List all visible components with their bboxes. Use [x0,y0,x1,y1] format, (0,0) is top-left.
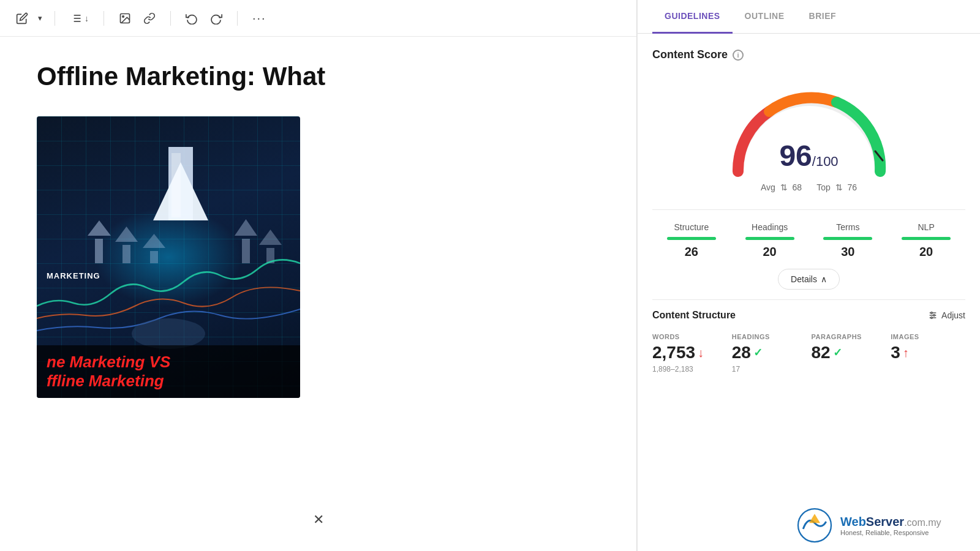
metric-headings-value: 20 [763,245,777,259]
metric-nlp-bar [902,237,951,240]
content-score-header: Content Score i [652,48,965,61]
toolbar-group-history [182,10,226,27]
struct-headings-label: HEADINGS [732,333,807,340]
struct-headings-value: 28 ✓ [732,343,807,362]
tab-outline[interactable]: OUTLINE [733,0,797,34]
metric-headings-label: Headings [752,222,788,232]
link-button[interactable] [140,10,159,27]
metric-terms: Terms 30 [823,222,872,259]
toolbar-group-media [115,10,159,27]
metric-headings-bar [745,237,794,240]
struct-metric-words: WORDS 2,753 ↓ 1,898–2,183 [652,333,727,373]
content-structure-header: Content Structure Adjust [652,310,965,321]
marketing-text-line1: ne Marketing VS [47,353,290,372]
metric-nlp-label: NLP [918,222,935,232]
metric-structure-label: Structure [674,222,709,232]
svg-marker-16 [235,219,257,236]
paragraphs-indicator: ✓ [833,346,842,359]
content-score-title: Content Score [652,48,728,61]
article-title: Offline Marketing: What [37,61,600,92]
watermark: WebServer.com.my Honest, Reliable, Respo… [784,500,980,551]
metric-terms-bar [823,237,872,240]
svg-marker-11 [123,245,130,263]
marketing-image-bg: MARKETING ne Marketing VS ffline Marketi… [37,116,300,398]
right-panel-content: Content Score i 96/100 [638,34,980,551]
struct-metric-paragraphs: PARAGRAPHS 82 ✓ [812,333,886,373]
gauge-avg-top: Avg ⇅ 68 Top ⇅ 76 [761,182,857,192]
pen-button[interactable] [12,10,32,27]
tab-brief[interactable]: BRIEF [797,0,849,34]
metric-terms-label: Terms [836,222,859,232]
svg-point-7 [123,15,124,17]
editor-panel: ▾ ↓ [0,0,637,551]
list-button[interactable]: ↓ [66,10,92,27]
structure-metrics: WORDS 2,753 ↓ 1,898–2,183 HEADINGS 28 ✓ … [652,333,965,373]
marketing-text-line2: ffline Marketing [47,372,290,391]
struct-images-label: IMAGES [891,333,965,340]
struct-images-value: 3 ↑ [891,343,965,362]
metric-nlp: NLP 20 [902,222,951,259]
pen-chevron-button[interactable]: ▾ [37,11,43,25]
gauge-avg: Avg ⇅ 68 [761,182,802,192]
gauge-container: 96/100 Avg ⇅ 68 Top ⇅ 76 [652,71,965,207]
struct-metric-headings: HEADINGS 28 ✓ 17 [732,333,807,373]
score-divider [652,209,965,210]
watermark-site-name: WebServer.com.my [840,515,941,529]
metric-terms-value: 30 [841,245,854,259]
details-button[interactable]: Details ∧ [778,269,840,290]
right-panel: GUIDELINES OUTLINE BRIEF Content Score i [637,0,980,551]
svg-marker-10 [88,220,111,236]
svg-point-8 [95,208,242,306]
marketing-text-overlay: ne Marketing VS ffline Marketing [37,345,300,398]
gauge-top: Top ⇅ 76 [816,182,857,192]
metric-structure-bar [667,237,716,240]
words-indicator: ↓ [698,346,704,360]
svg-point-22 [132,318,205,349]
svg-marker-18 [259,230,282,245]
struct-words-value: 2,753 ↓ [652,343,727,362]
svg-marker-13 [150,251,158,263]
metric-headings: Headings 20 [745,222,794,259]
struct-paragraphs-value: 82 ✓ [812,343,886,362]
editor-content[interactable]: Offline Marketing: What [0,37,636,551]
adjust-icon [928,310,938,320]
divider-4 [237,11,238,26]
struct-images-sub [891,365,965,373]
article-image: MARKETING ne Marketing VS ffline Marketi… [37,116,300,398]
struct-words-sub: 1,898–2,183 [652,365,727,373]
marketing-label: MARKETING [47,271,100,280]
more-button[interactable]: ··· [249,9,270,28]
divider-1 [55,11,55,26]
tab-guidelines[interactable]: GUIDELINES [652,0,733,34]
metric-nlp-value: 20 [919,245,933,259]
svg-point-28 [933,315,935,317]
metric-structure-value: 26 [685,245,698,259]
svg-marker-15 [242,239,250,263]
image-button[interactable] [115,10,135,27]
struct-words-label: WORDS [652,333,727,340]
struct-paragraphs-sub [812,365,886,373]
images-indicator: ↑ [903,346,909,360]
svg-marker-9 [95,239,103,263]
watermark-tagline: Honest, Reliable, Responsive [840,529,941,536]
gauge-svg: 96/100 [723,81,895,179]
content-structure-title: Content Structure [652,310,736,321]
metrics-row: Structure 26 Headings 20 Terms 30 NLP 20 [652,222,965,259]
redo-button[interactable] [206,10,226,27]
gauge-score-main: 96 [779,140,812,172]
editor-toolbar: ▾ ↓ [0,0,636,37]
tabs-header: GUIDELINES OUTLINE BRIEF [638,0,980,34]
watermark-text-block: WebServer.com.my Honest, Reliable, Respo… [840,515,941,536]
watermark-logo-svg [796,507,833,544]
struct-headings-sub: 17 [732,365,807,373]
svg-marker-21 [172,153,181,217]
struct-paragraphs-label: PARAGRAPHS [812,333,886,340]
toolbar-group-pen: ▾ [12,10,43,27]
undo-button[interactable] [182,10,202,27]
close-image-button[interactable]: ✕ [308,507,329,533]
svg-point-29 [931,317,933,319]
content-score-info-icon[interactable]: i [733,50,744,61]
svg-point-27 [931,312,933,314]
adjust-button[interactable]: Adjust [928,310,965,320]
metric-structure: Structure 26 [667,222,716,259]
